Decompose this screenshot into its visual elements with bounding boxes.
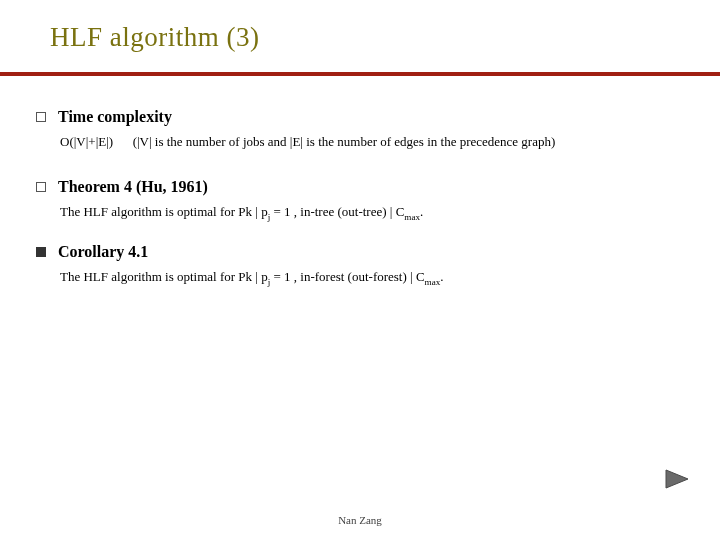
square-bullet-icon (36, 182, 46, 192)
square-bullet-icon (36, 112, 46, 122)
corollary-text-c: = 1 , in-forest (out-forest) | C (270, 269, 424, 284)
corollary-text-e: . (440, 269, 443, 284)
item-subtext: The HLF algorithm is optimal for Pk | pj… (60, 267, 690, 287)
item-subtext: O(|V|+|E|) (|V| is the number of jobs an… (60, 132, 690, 152)
svg-marker-0 (666, 470, 688, 488)
slide-content: Time complexity O(|V|+|E|) (|V| is the n… (36, 108, 690, 299)
item-lead: Theorem 4 (Hu, 1961) (36, 178, 690, 196)
complexity-expr: O(|V|+|E|) (60, 134, 113, 149)
item-lead-text: Corollary 4.1 (58, 243, 148, 261)
next-arrow-icon[interactable] (664, 468, 692, 490)
theorem-text-a: The HLF algorithm is optimal for Pk | p (60, 204, 268, 219)
slide: HLF algorithm (3) Time complexity O(|V|+… (0, 0, 720, 540)
corollary-text-a: The HLF algorithm is optimal for Pk | p (60, 269, 268, 284)
subscript-max: max (404, 211, 420, 221)
list-item: Corollary 4.1 The HLF algorithm is optim… (36, 243, 690, 287)
subscript-max: max (425, 277, 441, 287)
title-rule (0, 72, 720, 76)
slide-title: HLF algorithm (3) (50, 22, 690, 53)
theorem-text-c: = 1 , in-tree (out-tree) | C (270, 204, 404, 219)
theorem-text-e: . (420, 204, 423, 219)
item-subtext: The HLF algorithm is optimal for Pk | pj… (60, 202, 690, 222)
item-lead: Corollary 4.1 (36, 243, 690, 261)
slide-footer-author: Nan Zang (0, 514, 720, 526)
item-lead-text: Time complexity (58, 108, 172, 126)
list-item: Time complexity O(|V|+|E|) (|V| is the n… (36, 108, 690, 152)
list-item: Theorem 4 (Hu, 1961) The HLF algorithm i… (36, 178, 690, 222)
square-bullet-solid-icon (36, 247, 46, 257)
item-lead-text: Theorem 4 (Hu, 1961) (58, 178, 208, 196)
item-lead: Time complexity (36, 108, 690, 126)
complexity-explain: (|V| is the number of jobs and |E| is th… (133, 134, 556, 149)
